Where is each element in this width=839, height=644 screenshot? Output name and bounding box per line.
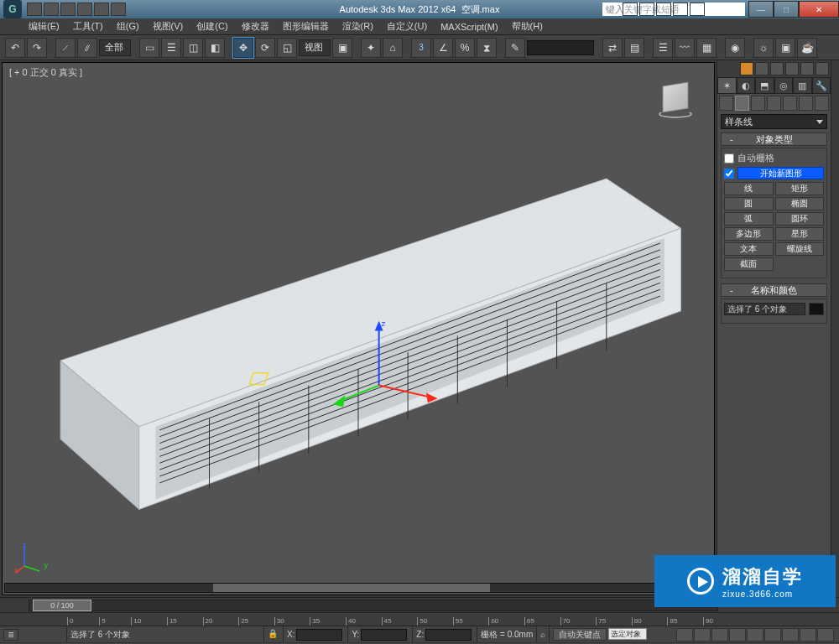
cameras-subtab[interactable] [767, 96, 781, 111]
percent-snap-icon[interactable]: % [455, 38, 475, 58]
spinner-snap-icon[interactable]: ⧗ [477, 38, 497, 58]
helpers-subtab[interactable] [783, 96, 797, 111]
move-icon[interactable]: ✥ [233, 38, 253, 58]
window-minimize[interactable]: — [748, 1, 774, 18]
trackbar-toggle-icon[interactable]: ≡ [3, 629, 18, 641]
qat-btn-1[interactable] [27, 3, 42, 16]
nav-zoom-icon[interactable] [782, 628, 799, 641]
toggle-3-icon[interactable] [800, 62, 814, 75]
next-frame-icon[interactable] [729, 628, 746, 641]
window-maximize[interactable]: □ [774, 1, 799, 18]
unlink-icon[interactable]: ⫽ [77, 38, 97, 58]
create-tab[interactable]: ✶ [717, 77, 737, 94]
nav-orbit-icon[interactable] [800, 628, 816, 641]
panel-vscrollbar[interactable] [831, 60, 839, 597]
qat-btn-2[interactable] [44, 3, 59, 16]
infocenter-btn-1[interactable] [623, 3, 638, 16]
autokey-button[interactable]: 自动关键点 [553, 628, 607, 641]
shape-circle[interactable]: 圆 [724, 197, 774, 210]
align-icon[interactable]: ▤ [624, 38, 644, 58]
rollout-object-type[interactable]: 对象类型 [721, 132, 827, 146]
space-subtab[interactable] [799, 96, 813, 111]
goto-end-icon[interactable] [747, 628, 763, 641]
refcoord-dropdown[interactable]: 视图 [299, 39, 331, 56]
select-name-icon[interactable]: ☰ [161, 38, 181, 58]
lights-subtab[interactable] [751, 96, 765, 111]
qat-dropdown[interactable] [111, 3, 126, 16]
app-icon[interactable]: G [3, 0, 22, 18]
menu-grapheditors[interactable]: 图形编辑器 [276, 18, 336, 34]
toggle-2-icon[interactable] [785, 62, 799, 75]
pivot-icon[interactable]: ▣ [332, 38, 352, 58]
time-slider[interactable]: 0 / 100 [29, 600, 718, 611]
autogrid-checkbox[interactable] [724, 153, 734, 164]
infocenter-btn-5[interactable] [690, 3, 705, 16]
start-new-shape-button[interactable]: 开始新图形 [737, 167, 824, 179]
select-icon[interactable]: ▭ [139, 38, 159, 58]
shape-donut[interactable]: 圆环 [775, 212, 825, 226]
startnew-checkbox[interactable] [724, 169, 734, 179]
shape-ngon[interactable]: 多边形 [724, 227, 774, 241]
shapes-subtab[interactable] [735, 96, 749, 111]
keymode-dropdown[interactable]: 选定对象 [608, 628, 647, 640]
manip-icon[interactable]: ✦ [361, 38, 381, 58]
geom-subtab[interactable] [719, 96, 733, 111]
schematic-icon[interactable]: ▦ [696, 38, 717, 58]
infocenter-btn-2[interactable] [639, 3, 654, 16]
redo-icon[interactable]: ↷ [27, 38, 47, 58]
nav-pan-icon[interactable] [764, 628, 781, 641]
track-bar[interactable]: 0 5 10 15 20 25 30 35 40 45 50 55 60 65 … [0, 612, 839, 626]
render-icon[interactable]: ☕ [797, 38, 817, 58]
shape-arc[interactable]: 弧 [724, 212, 774, 226]
menu-edit[interactable]: 编辑(E) [22, 18, 66, 34]
scale-icon[interactable]: ◱ [277, 38, 297, 58]
angle-snap-icon[interactable]: ∠ [433, 38, 453, 58]
toggle-1-icon[interactable] [770, 62, 784, 75]
shape-line[interactable]: 线 [724, 182, 774, 195]
snap-icon[interactable]: 3 [411, 38, 431, 58]
menu-rendering[interactable]: 渲染(R) [336, 18, 380, 34]
toggle-sun-icon[interactable] [740, 62, 753, 75]
modify-tab[interactable]: ◐ [737, 77, 756, 94]
hierarchy-tab[interactable]: ⬒ [755, 77, 774, 94]
menu-group[interactable]: 组(G) [110, 18, 146, 34]
coord-z-field[interactable] [425, 629, 472, 641]
select-region-icon[interactable]: ◫ [183, 38, 203, 58]
nav-max-icon[interactable] [817, 628, 834, 641]
selection-filter-dropdown[interactable]: 全部 [99, 39, 131, 56]
rollout-name-color[interactable]: 名称和颜色 [721, 283, 827, 297]
viewport-label[interactable]: [ + 0 正交 0 真实 ] [9, 66, 82, 79]
window-crossing-icon[interactable]: ◧ [205, 38, 225, 58]
lock-icon[interactable]: 🔒 [268, 629, 279, 641]
shape-text[interactable]: 文本 [724, 242, 774, 256]
key-icon[interactable]: ⌕ [540, 630, 545, 639]
display-tab[interactable]: ▥ [793, 77, 812, 94]
rotate-icon[interactable]: ⟳ [255, 38, 275, 58]
qat-btn-5[interactable] [94, 3, 109, 16]
menu-create[interactable]: 创建(C) [190, 18, 234, 34]
curve-editor-icon[interactable]: 〰 [675, 38, 695, 58]
menu-maxscript[interactable]: MAXScript(M) [434, 20, 504, 34]
infocenter-btn-4[interactable] [673, 3, 688, 16]
layers-icon[interactable]: ☰ [653, 38, 673, 58]
infocenter-btn-3[interactable] [656, 3, 671, 16]
window-close[interactable]: ✕ [799, 1, 839, 18]
menu-customize[interactable]: 自定义(U) [380, 18, 434, 34]
named-selection-dropdown[interactable] [527, 40, 594, 55]
viewcube[interactable] [657, 80, 694, 117]
play-icon[interactable] [711, 628, 728, 641]
coord-x-field[interactable] [296, 629, 342, 641]
toggle-4-icon[interactable] [816, 62, 829, 75]
shape-category-dropdown[interactable]: 样条线 [721, 114, 827, 129]
material-editor-icon[interactable]: ◉ [725, 38, 745, 58]
menu-modifiers[interactable]: 修改器 [235, 18, 276, 34]
time-slider-thumb[interactable]: 0 / 100 [33, 600, 91, 611]
shape-section[interactable]: 截面 [724, 257, 774, 271]
object-color-swatch[interactable] [809, 303, 824, 315]
utilities-tab[interactable]: 🔧 [812, 77, 831, 94]
viewport-hscrollbar[interactable] [4, 583, 699, 593]
mirror-icon[interactable]: ⇄ [602, 38, 623, 58]
menu-views[interactable]: 视图(V) [146, 18, 190, 34]
goto-start-icon[interactable] [676, 628, 693, 641]
shape-helix[interactable]: 螺旋线 [775, 242, 825, 256]
